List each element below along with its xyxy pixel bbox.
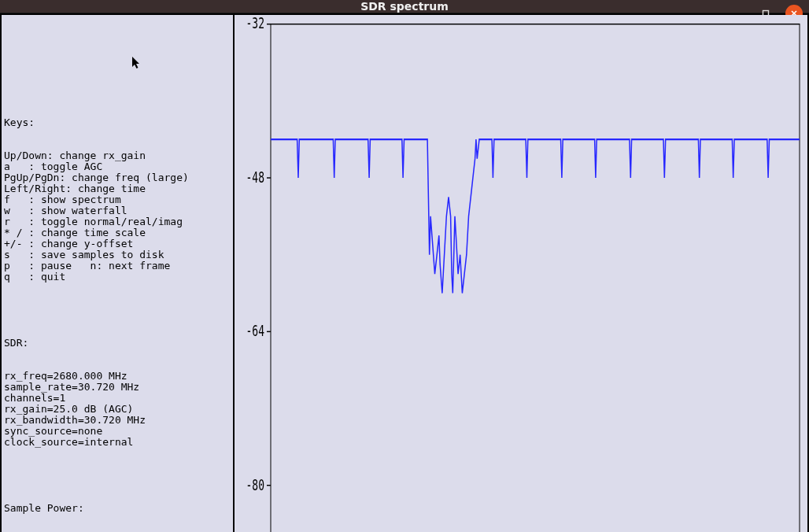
keys-line: p : pause n: next frame bbox=[4, 260, 231, 272]
window-titlebar: SDR spectrum bbox=[0, 0, 809, 13]
keys-line: * / : change time scale bbox=[4, 227, 231, 238]
svg-rect-4 bbox=[271, 24, 800, 532]
spectrum-chart[interactable]: -32-48-64-80-960.0e+001.3e+032.6e+033.8e… bbox=[235, 15, 807, 532]
sdr-line: rx_bandwidth=30.720 MHz bbox=[4, 415, 231, 426]
svg-text:-80: -80 bbox=[246, 476, 264, 493]
blank-line bbox=[4, 470, 231, 481]
keys-line: s : save samples to disk bbox=[4, 249, 231, 260]
blank-line bbox=[4, 84, 231, 95]
plot-area: -32-48-64-80-960.0e+001.3e+032.6e+033.8e… bbox=[246, 15, 800, 532]
sdr-line: clock_source=internal bbox=[4, 437, 231, 448]
blank-line bbox=[4, 51, 231, 62]
main-row: Keys: Up/Down: change rx_gaina : toggle … bbox=[2, 15, 807, 532]
sdr-line: sample_rate=30.720 MHz bbox=[4, 382, 231, 393]
sdr-line: sync_source=none bbox=[4, 426, 231, 437]
keys-line: Left/Right: change time bbox=[4, 183, 231, 194]
keys-line: Up/Down: change rx_gain bbox=[4, 150, 231, 161]
svg-text:-64: -64 bbox=[246, 323, 264, 340]
keys-list: Up/Down: change rx_gaina : toggle AGCPgU… bbox=[4, 150, 231, 283]
keys-header: Keys: bbox=[4, 117, 231, 128]
sdr-line: channels=1 bbox=[4, 393, 231, 404]
sample-header: Sample Power: bbox=[4, 503, 231, 514]
window-title: SDR spectrum bbox=[360, 0, 449, 13]
svg-text:-32: -32 bbox=[246, 15, 264, 32]
keys-line: r : toggle normal/real/imag bbox=[4, 216, 231, 227]
svg-text:-48: -48 bbox=[246, 168, 264, 186]
keys-line: a : toggle AGC bbox=[4, 161, 231, 172]
keys-line: f : show spectrum bbox=[4, 194, 231, 205]
keys-line: w : show waterfall bbox=[4, 205, 231, 216]
sdr-line: rx_freq=2680.000 MHz bbox=[4, 371, 231, 382]
info-sidebar: Keys: Up/Down: change rx_gaina : toggle … bbox=[2, 15, 235, 532]
keys-line: PgUp/PgDn: change freq (large) bbox=[4, 172, 231, 183]
app-content: Keys: Up/Down: change rx_gaina : toggle … bbox=[0, 13, 809, 532]
sdr-header: SDR: bbox=[4, 338, 231, 349]
keys-line: q : quit bbox=[4, 272, 231, 283]
sdr-line: rx_gain=25.0 dB (AGC) bbox=[4, 404, 231, 415]
keys-line: +/- : change y-offset bbox=[4, 238, 231, 249]
sdr-list: rx_freq=2680.000 MHzsample_rate=30.720 M… bbox=[4, 371, 231, 448]
blank-line bbox=[4, 305, 231, 316]
